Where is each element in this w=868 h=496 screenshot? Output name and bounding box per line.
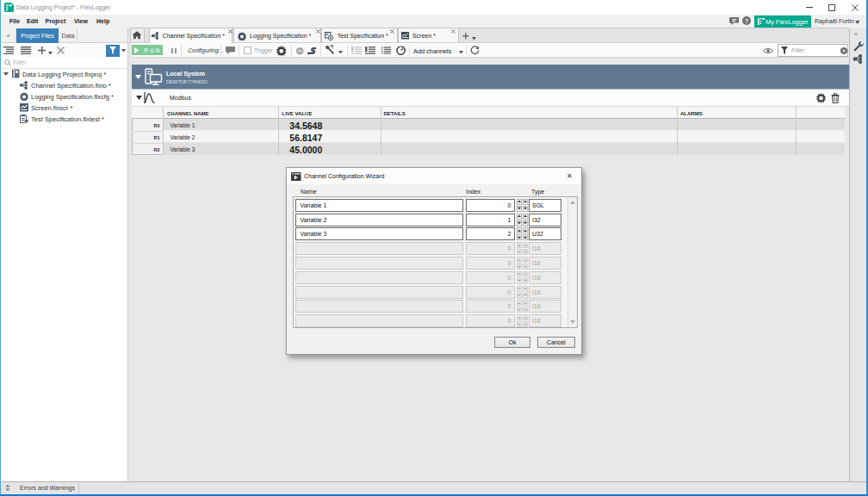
svg-text:?: ? — [745, 17, 749, 25]
